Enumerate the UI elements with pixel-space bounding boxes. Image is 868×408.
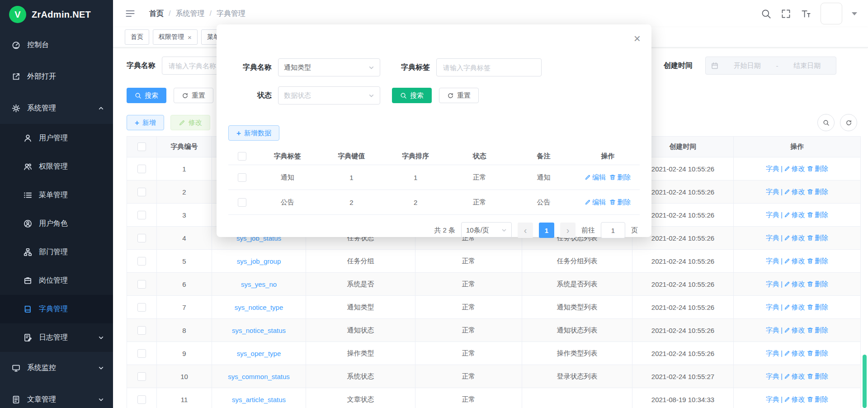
add-button[interactable]: + 新增 (127, 115, 164, 130)
row-checkbox[interactable] (137, 280, 146, 289)
search-icon[interactable] (761, 9, 771, 19)
dict-type-link[interactable]: sys_job_group (237, 257, 281, 265)
toggle-search-button[interactable] (817, 114, 835, 131)
dict-data-action[interactable]: 字典 (766, 326, 779, 334)
edit-row-action[interactable]: 修改 (784, 326, 805, 334)
sidebar-item-system-management[interactable]: 系统管理 (0, 92, 113, 124)
sidebar-item-system-monitor[interactable]: 系统监控 (0, 352, 113, 384)
row-checkbox[interactable] (137, 188, 146, 196)
sidebar-item-user-management[interactable]: 用户管理 (0, 124, 113, 152)
tab-home[interactable]: 首页 (125, 29, 149, 45)
breadcrumb-home[interactable]: 首页 (149, 9, 164, 19)
add-dict-data-button[interactable]: + 新增数据 (228, 125, 279, 141)
close-icon[interactable]: × (634, 33, 641, 44)
row-checkbox[interactable] (137, 349, 146, 358)
reset-button[interactable]: 重置 (174, 88, 213, 103)
delete-row-action[interactable]: 删除 (807, 234, 828, 242)
sidebar-item-article-management[interactable]: 文章管理 (0, 384, 113, 408)
sidebar-item-dict-management[interactable]: 字典管理 (0, 295, 113, 323)
dict-type-link[interactable]: sys_oper_type (237, 350, 281, 357)
edit-row-action[interactable]: 修改 (784, 303, 805, 311)
dict-data-action[interactable]: 字典 (766, 349, 779, 357)
status-select[interactable]: 数据状态 (278, 86, 380, 104)
sidebar-item-menu-management[interactable]: 菜单管理 (0, 181, 113, 209)
fullscreen-icon[interactable] (781, 9, 791, 19)
dict-data-action[interactable]: 字典 (766, 165, 779, 172)
edit-row-action[interactable]: 修改 (784, 234, 805, 242)
select-all-checkbox[interactable] (137, 142, 146, 151)
dict-data-action[interactable]: 字典 (766, 234, 779, 242)
next-page-button[interactable]: › (560, 223, 576, 238)
edit-row-action[interactable]: 编辑 (585, 198, 606, 206)
delete-row-action[interactable]: 删除 (807, 326, 828, 334)
dict-type-link[interactable]: sys_yes_no (241, 280, 277, 288)
edit-row-action[interactable]: 编辑 (585, 173, 606, 181)
dict-data-action[interactable]: 字典 (766, 211, 779, 218)
sidebar-item-department-management[interactable]: 部门管理 (0, 238, 113, 266)
dialog-search-button[interactable]: 搜索 (392, 88, 432, 103)
edit-row-action[interactable]: 修改 (784, 349, 805, 357)
edit-row-action[interactable]: 修改 (784, 257, 805, 265)
avatar-caret-down-icon[interactable] (852, 12, 857, 15)
search-button[interactable]: 搜索 (127, 88, 166, 103)
refresh-table-button[interactable] (840, 114, 857, 131)
date-range-picker[interactable]: 开始日期 - 结束日期 (705, 57, 836, 75)
prev-page-button[interactable]: ‹ (518, 223, 533, 238)
delete-row-action[interactable]: 删除 (807, 165, 828, 172)
dict-data-action[interactable]: 字典 (766, 372, 779, 380)
delete-row-action[interactable]: 删除 (807, 303, 828, 311)
edit-row-action[interactable]: 修改 (784, 395, 805, 403)
dict-label-input[interactable] (436, 58, 542, 76)
row-checkbox[interactable] (137, 395, 146, 404)
row-checkbox[interactable] (137, 257, 146, 266)
sidebar-item-user-role[interactable]: 用户角色 (0, 209, 113, 238)
row-checkbox[interactable] (238, 173, 246, 182)
row-checkbox[interactable] (137, 234, 146, 242)
dict-data-action[interactable]: 字典 (766, 395, 779, 403)
delete-row-action[interactable]: 删除 (807, 188, 828, 195)
dict-type-link[interactable]: sys_common_status (228, 373, 290, 380)
delete-row-action[interactable]: 删除 (807, 280, 828, 288)
dict-data-action[interactable]: 字典 (766, 303, 779, 311)
edit-row-action[interactable]: 修改 (784, 211, 805, 218)
sidebar-item-external-open[interactable]: 外部打开 (0, 61, 113, 92)
delete-row-action[interactable]: 删除 (807, 257, 828, 265)
row-checkbox[interactable] (238, 198, 246, 207)
dialog-select-all-checkbox[interactable] (238, 152, 246, 161)
sidebar-item-dashboard[interactable]: 控制台 (0, 29, 113, 61)
dict-type-link[interactable]: sys_notice_status (232, 327, 286, 334)
hamburger-menu-icon[interactable] (125, 8, 136, 19)
dict-type-link[interactable]: sys_notice_type (235, 304, 283, 311)
edit-button[interactable]: 修改 (170, 115, 210, 130)
dict-data-action[interactable]: 字典 (766, 280, 779, 288)
dict-data-action[interactable]: 字典 (766, 257, 779, 265)
sidebar-item-permission-management[interactable]: 权限管理 (0, 152, 113, 181)
page-size-select[interactable]: 10条/页 (461, 222, 512, 238)
edit-row-action[interactable]: 修改 (784, 372, 805, 380)
user-avatar[interactable] (821, 3, 842, 24)
row-checkbox[interactable] (137, 211, 146, 219)
goto-page-input[interactable] (601, 222, 625, 238)
delete-row-action[interactable]: 删除 (609, 173, 631, 181)
dialog-reset-button[interactable]: 重置 (439, 88, 479, 103)
row-checkbox[interactable] (137, 326, 146, 335)
edit-row-action[interactable]: 修改 (784, 165, 805, 172)
tab-close-icon[interactable]: × (188, 34, 192, 41)
row-checkbox[interactable] (137, 372, 146, 381)
sidebar-item-log-management[interactable]: 日志管理 (0, 323, 113, 352)
font-size-icon[interactable] (801, 9, 811, 19)
tab-permission-management[interactable]: 权限管理 × (153, 29, 198, 45)
row-checkbox[interactable] (137, 303, 146, 312)
dict-type-link[interactable]: sys_article_status (232, 396, 286, 403)
delete-row-action[interactable]: 删除 (807, 372, 828, 380)
scrollbar-thumb[interactable] (863, 355, 867, 408)
delete-row-action[interactable]: 删除 (807, 211, 828, 218)
dict-name-select[interactable]: 通知类型 (278, 58, 380, 76)
sidebar-item-post-management[interactable]: 岗位管理 (0, 266, 113, 295)
dict-data-action[interactable]: 字典 (766, 188, 779, 195)
edit-row-action[interactable]: 修改 (784, 188, 805, 195)
page-1-button[interactable]: 1 (539, 223, 554, 238)
delete-row-action[interactable]: 删除 (807, 349, 828, 357)
delete-row-action[interactable]: 删除 (609, 198, 631, 206)
delete-row-action[interactable]: 删除 (807, 395, 828, 403)
